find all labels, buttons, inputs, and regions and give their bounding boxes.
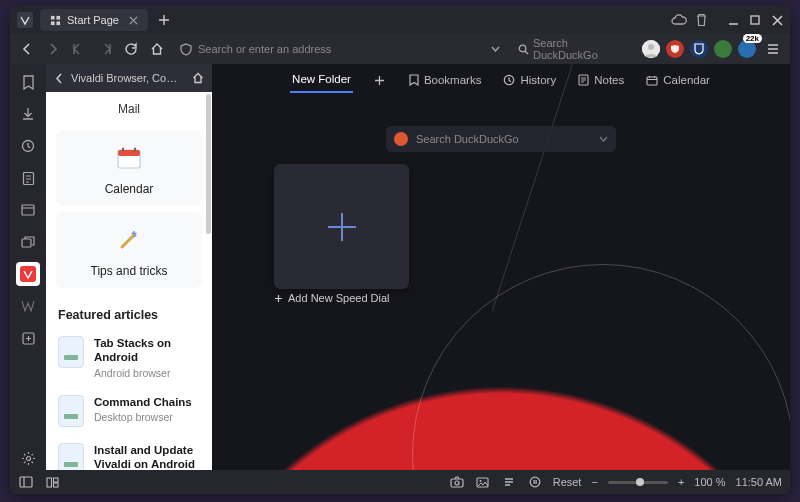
speed-dial-add-tile[interactable] — [274, 164, 409, 289]
article-sub: Desktop browser — [94, 411, 192, 423]
rail-downloads-icon[interactable] — [16, 102, 40, 126]
close-window-button[interactable] — [770, 13, 784, 27]
back-button[interactable] — [16, 38, 38, 60]
duckduckgo-icon — [394, 132, 408, 146]
bookmark-icon — [409, 74, 419, 86]
svg-rect-18 — [122, 148, 124, 152]
rail-settings-icon[interactable] — [16, 446, 40, 470]
featured-article[interactable]: Install and Update Vivaldi on AndroidAnd… — [46, 435, 212, 470]
grid-icon — [50, 15, 61, 26]
extension-blue-icon[interactable]: 22k — [738, 40, 756, 58]
status-reset-zoom[interactable]: Reset — [553, 476, 582, 488]
svg-rect-23 — [20, 477, 32, 487]
rail-history-icon[interactable] — [16, 134, 40, 158]
status-break-mode-icon[interactable] — [527, 474, 543, 490]
sd-tab-history[interactable]: History — [501, 68, 558, 92]
panel-mail-label[interactable]: Mail — [46, 96, 212, 124]
bitwarden-icon[interactable] — [690, 40, 708, 58]
zoom-out-button[interactable]: − — [591, 476, 597, 488]
speed-dial-search[interactable]: Search DuckDuckGo — [386, 126, 616, 152]
rail-notes-icon[interactable] — [16, 166, 40, 190]
svg-rect-19 — [134, 148, 136, 152]
address-dropdown-icon[interactable] — [491, 46, 500, 52]
panel-tile-label: Tips and tricks — [62, 264, 196, 278]
article-title: Tab Stacks on Android — [94, 336, 200, 365]
svg-point-30 — [480, 480, 482, 482]
status-capture-icon[interactable] — [449, 474, 465, 490]
rail-tabs-icon[interactable] — [16, 230, 40, 254]
home-button[interactable] — [146, 38, 168, 60]
status-panel-toggle-icon[interactable] — [18, 474, 34, 490]
status-bar: Reset − + 100 % 11:50 AM — [10, 470, 790, 494]
speed-dial-nav: New Folder Bookmarks History Notes Calen… — [212, 64, 790, 96]
svg-rect-2 — [56, 15, 60, 19]
profile-avatar-icon[interactable] — [642, 40, 660, 58]
status-tiling-icon[interactable] — [44, 474, 60, 490]
tab-bar: Start Page — [10, 6, 790, 34]
panel-home-icon[interactable] — [192, 72, 204, 84]
search-icon — [518, 44, 529, 55]
close-tab-icon[interactable] — [129, 16, 138, 25]
sd-add-folder-button[interactable] — [371, 71, 389, 89]
status-page-actions-icon[interactable] — [501, 474, 517, 490]
rewind-button[interactable] — [68, 38, 90, 60]
address-bar[interactable]: Search or enter an address — [172, 38, 508, 60]
svg-rect-24 — [47, 478, 52, 487]
panel-tile-tips[interactable]: Tips and tricks — [56, 212, 202, 288]
featured-articles-heading: Featured articles — [46, 294, 212, 328]
search-placeholder: Search DuckDuckGo — [533, 37, 626, 61]
panel-title: Vivaldi Browser, Commun… — [71, 72, 186, 84]
svg-rect-11 — [22, 205, 34, 215]
featured-article[interactable]: Tab Stacks on AndroidAndroid browser — [46, 328, 212, 387]
svg-point-15 — [26, 456, 30, 460]
article-doc-icon — [58, 443, 84, 470]
ublock-icon[interactable] — [666, 40, 684, 58]
extension-icons: 22k — [642, 38, 784, 60]
extension-badge: 22k — [743, 34, 762, 43]
article-doc-icon — [58, 395, 84, 427]
svg-rect-1 — [51, 15, 55, 19]
zoom-in-button[interactable]: + — [678, 476, 684, 488]
shield-icon — [180, 43, 192, 56]
calendar-icon — [646, 75, 658, 86]
panel-rail — [10, 64, 46, 470]
rail-wiki-icon[interactable] — [16, 294, 40, 318]
panel-back-icon[interactable] — [54, 73, 65, 84]
chevron-down-icon[interactable] — [599, 136, 608, 142]
trash-icon[interactable] — [695, 13, 708, 27]
wand-tile-icon — [115, 226, 143, 254]
rail-bookmarks-icon[interactable] — [16, 70, 40, 94]
panel-scrollbar[interactable] — [206, 94, 211, 234]
browser-window: Start Page — [10, 6, 790, 494]
plus-icon — [322, 207, 362, 247]
main-menu-button[interactable] — [762, 38, 784, 60]
sd-tab-bookmarks[interactable]: Bookmarks — [407, 68, 484, 92]
status-image-toggle-icon[interactable] — [475, 474, 491, 490]
svg-rect-26 — [53, 483, 58, 487]
search-field[interactable]: Search DuckDuckGo — [512, 38, 632, 60]
rail-add-panel-icon[interactable] — [16, 326, 40, 350]
zoom-slider[interactable] — [608, 481, 668, 484]
sd-tab-notes[interactable]: Notes — [576, 68, 626, 92]
fast-forward-button[interactable] — [94, 38, 116, 60]
svg-rect-17 — [118, 150, 140, 156]
new-tab-button[interactable] — [154, 10, 174, 30]
history-icon — [503, 74, 515, 86]
rail-window-icon[interactable] — [16, 198, 40, 222]
rail-vivaldi-panel-icon[interactable] — [16, 262, 40, 286]
status-clock[interactable]: 11:50 AM — [736, 476, 782, 488]
sd-tab-new-folder[interactable]: New Folder — [290, 67, 353, 93]
extension-green-icon[interactable] — [714, 40, 732, 58]
panel-tile-calendar[interactable]: Calendar — [56, 130, 202, 206]
featured-article[interactable]: Command ChainsDesktop browser — [46, 387, 212, 435]
tab-start-page[interactable]: Start Page — [40, 9, 148, 31]
maximize-button[interactable] — [748, 13, 762, 27]
reload-button[interactable] — [120, 38, 142, 60]
panel-header: Vivaldi Browser, Commun… — [46, 64, 212, 92]
sync-cloud-icon[interactable] — [671, 14, 687, 26]
navigation-bar: Search or enter an address Search DuckDu… — [10, 34, 790, 64]
forward-button[interactable] — [42, 38, 64, 60]
sd-tab-calendar[interactable]: Calendar — [644, 68, 712, 92]
svg-rect-22 — [647, 77, 657, 85]
minimize-button[interactable] — [726, 13, 740, 27]
